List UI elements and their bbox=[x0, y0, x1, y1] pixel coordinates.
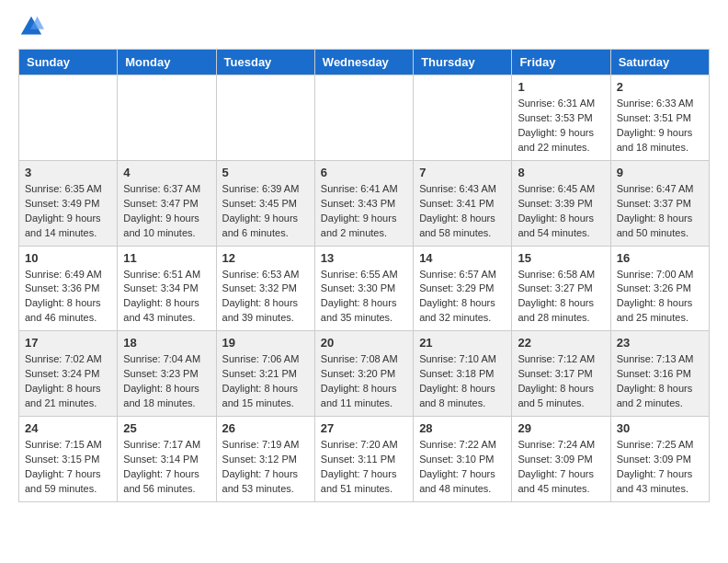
calendar-header-tuesday: Tuesday bbox=[216, 50, 314, 75]
calendar-cell: 27Sunrise: 7:20 AM Sunset: 3:11 PM Dayli… bbox=[314, 417, 413, 502]
calendar-header-wednesday: Wednesday bbox=[314, 50, 413, 75]
day-info: Sunrise: 7:15 AM Sunset: 3:15 PM Dayligh… bbox=[25, 438, 111, 497]
calendar-cell: 12Sunrise: 6:53 AM Sunset: 3:32 PM Dayli… bbox=[216, 246, 314, 331]
day-number: 29 bbox=[518, 421, 604, 435]
day-info: Sunrise: 7:13 AM Sunset: 3:16 PM Dayligh… bbox=[617, 352, 703, 411]
calendar-cell: 7Sunrise: 6:43 AM Sunset: 3:41 PM Daylig… bbox=[414, 160, 512, 246]
day-number: 7 bbox=[419, 166, 506, 179]
day-number: 3 bbox=[25, 166, 111, 179]
calendar-cell: 6Sunrise: 6:41 AM Sunset: 3:43 PM Daylig… bbox=[314, 160, 413, 246]
day-info: Sunrise: 6:37 AM Sunset: 3:47 PM Dayligh… bbox=[123, 182, 210, 241]
day-info: Sunrise: 7:25 AM Sunset: 3:09 PM Dayligh… bbox=[617, 438, 703, 497]
calendar-header-monday: Monday bbox=[118, 50, 216, 75]
day-number: 14 bbox=[419, 251, 506, 265]
calendar-week-4: 17Sunrise: 7:02 AM Sunset: 3:24 PM Dayli… bbox=[19, 331, 710, 417]
day-number: 12 bbox=[222, 251, 309, 265]
calendar-cell: 25Sunrise: 7:17 AM Sunset: 3:14 PM Dayli… bbox=[118, 417, 216, 502]
day-info: Sunrise: 6:45 AM Sunset: 3:39 PM Dayligh… bbox=[518, 182, 604, 241]
day-info: Sunrise: 6:31 AM Sunset: 3:53 PM Dayligh… bbox=[518, 97, 604, 155]
day-info: Sunrise: 6:51 AM Sunset: 3:34 PM Dayligh… bbox=[123, 268, 210, 327]
day-number: 25 bbox=[123, 421, 210, 435]
day-number: 26 bbox=[222, 421, 309, 435]
calendar-cell: 10Sunrise: 6:49 AM Sunset: 3:36 PM Dayli… bbox=[19, 246, 118, 331]
calendar-header-row: SundayMondayTuesdayWednesdayThursdayFrid… bbox=[19, 50, 710, 75]
calendar-cell: 16Sunrise: 7:00 AM Sunset: 3:26 PM Dayli… bbox=[610, 246, 709, 331]
day-number: 10 bbox=[25, 251, 111, 265]
day-number: 11 bbox=[123, 251, 210, 265]
calendar-cell: 14Sunrise: 6:57 AM Sunset: 3:29 PM Dayli… bbox=[414, 246, 512, 331]
calendar-cell: 17Sunrise: 7:02 AM Sunset: 3:24 PM Dayli… bbox=[19, 331, 118, 417]
day-info: Sunrise: 6:35 AM Sunset: 3:49 PM Dayligh… bbox=[25, 182, 111, 241]
day-info: Sunrise: 7:10 AM Sunset: 3:18 PM Dayligh… bbox=[419, 352, 506, 411]
calendar-cell: 29Sunrise: 7:24 AM Sunset: 3:09 PM Dayli… bbox=[512, 417, 610, 502]
calendar-cell: 28Sunrise: 7:22 AM Sunset: 3:10 PM Dayli… bbox=[414, 417, 512, 502]
calendar-cell: 21Sunrise: 7:10 AM Sunset: 3:18 PM Dayli… bbox=[414, 331, 512, 417]
calendar-header-saturday: Saturday bbox=[610, 50, 709, 75]
day-info: Sunrise: 6:55 AM Sunset: 3:30 PM Dayligh… bbox=[321, 268, 407, 327]
calendar-week-1: 1Sunrise: 6:31 AM Sunset: 3:53 PM Daylig… bbox=[19, 75, 710, 161]
page-container: SundayMondayTuesdayWednesdayThursdayFrid… bbox=[0, 0, 728, 516]
calendar-cell: 20Sunrise: 7:08 AM Sunset: 3:20 PM Dayli… bbox=[314, 331, 413, 417]
calendar-cell: 26Sunrise: 7:19 AM Sunset: 3:12 PM Dayli… bbox=[216, 417, 314, 502]
day-number: 28 bbox=[419, 421, 506, 435]
day-info: Sunrise: 7:17 AM Sunset: 3:14 PM Dayligh… bbox=[123, 438, 210, 497]
calendar-cell: 11Sunrise: 6:51 AM Sunset: 3:34 PM Dayli… bbox=[118, 246, 216, 331]
day-number: 13 bbox=[321, 251, 407, 265]
calendar-cell bbox=[314, 75, 413, 161]
calendar-cell bbox=[216, 75, 314, 161]
calendar-cell: 8Sunrise: 6:45 AM Sunset: 3:39 PM Daylig… bbox=[512, 160, 610, 246]
calendar-cell: 15Sunrise: 6:58 AM Sunset: 3:27 PM Dayli… bbox=[512, 246, 610, 331]
calendar-cell: 13Sunrise: 6:55 AM Sunset: 3:30 PM Dayli… bbox=[314, 246, 413, 331]
day-info: Sunrise: 6:43 AM Sunset: 3:41 PM Dayligh… bbox=[419, 182, 506, 241]
day-number: 23 bbox=[617, 336, 703, 350]
day-info: Sunrise: 6:41 AM Sunset: 3:43 PM Dayligh… bbox=[321, 182, 407, 241]
day-number: 21 bbox=[419, 336, 506, 350]
day-info: Sunrise: 6:57 AM Sunset: 3:29 PM Dayligh… bbox=[419, 268, 506, 327]
day-info: Sunrise: 6:49 AM Sunset: 3:36 PM Dayligh… bbox=[25, 268, 111, 327]
calendar-cell: 3Sunrise: 6:35 AM Sunset: 3:49 PM Daylig… bbox=[19, 160, 118, 246]
day-number: 1 bbox=[518, 80, 604, 94]
day-info: Sunrise: 6:58 AM Sunset: 3:27 PM Dayligh… bbox=[518, 268, 604, 327]
calendar-cell: 18Sunrise: 7:04 AM Sunset: 3:23 PM Dayli… bbox=[118, 331, 216, 417]
logo bbox=[18, 14, 46, 40]
day-number: 30 bbox=[617, 421, 703, 435]
day-number: 9 bbox=[617, 166, 703, 179]
day-info: Sunrise: 7:06 AM Sunset: 3:21 PM Dayligh… bbox=[222, 352, 309, 411]
calendar-cell bbox=[118, 75, 216, 161]
day-info: Sunrise: 7:04 AM Sunset: 3:23 PM Dayligh… bbox=[123, 352, 210, 411]
calendar-week-3: 10Sunrise: 6:49 AM Sunset: 3:36 PM Dayli… bbox=[19, 246, 710, 331]
day-number: 17 bbox=[25, 336, 111, 350]
calendar-week-5: 24Sunrise: 7:15 AM Sunset: 3:15 PM Dayli… bbox=[19, 417, 710, 502]
day-number: 27 bbox=[321, 421, 407, 435]
logo-icon bbox=[18, 14, 44, 40]
day-info: Sunrise: 7:02 AM Sunset: 3:24 PM Dayligh… bbox=[25, 352, 111, 411]
calendar-table: SundayMondayTuesdayWednesdayThursdayFrid… bbox=[18, 49, 710, 502]
calendar-cell: 19Sunrise: 7:06 AM Sunset: 3:21 PM Dayli… bbox=[216, 331, 314, 417]
calendar-cell bbox=[414, 75, 512, 161]
day-info: Sunrise: 7:22 AM Sunset: 3:10 PM Dayligh… bbox=[419, 438, 506, 497]
calendar-header-thursday: Thursday bbox=[414, 50, 512, 75]
day-number: 6 bbox=[321, 166, 407, 179]
day-number: 19 bbox=[222, 336, 309, 350]
calendar-cell: 9Sunrise: 6:47 AM Sunset: 3:37 PM Daylig… bbox=[610, 160, 709, 246]
calendar-header-sunday: Sunday bbox=[19, 50, 118, 75]
day-number: 22 bbox=[518, 336, 604, 350]
calendar-cell: 30Sunrise: 7:25 AM Sunset: 3:09 PM Dayli… bbox=[610, 417, 709, 502]
day-info: Sunrise: 7:20 AM Sunset: 3:11 PM Dayligh… bbox=[321, 438, 407, 497]
calendar-cell: 2Sunrise: 6:33 AM Sunset: 3:51 PM Daylig… bbox=[610, 75, 709, 161]
day-info: Sunrise: 7:19 AM Sunset: 3:12 PM Dayligh… bbox=[222, 438, 309, 497]
day-info: Sunrise: 6:33 AM Sunset: 3:51 PM Dayligh… bbox=[617, 97, 703, 155]
day-info: Sunrise: 7:12 AM Sunset: 3:17 PM Dayligh… bbox=[518, 352, 604, 411]
day-info: Sunrise: 7:08 AM Sunset: 3:20 PM Dayligh… bbox=[321, 352, 407, 411]
day-info: Sunrise: 6:47 AM Sunset: 3:37 PM Dayligh… bbox=[617, 182, 703, 241]
calendar-week-2: 3Sunrise: 6:35 AM Sunset: 3:49 PM Daylig… bbox=[19, 160, 710, 246]
calendar-cell: 23Sunrise: 7:13 AM Sunset: 3:16 PM Dayli… bbox=[610, 331, 709, 417]
day-number: 8 bbox=[518, 166, 604, 179]
calendar-cell: 1Sunrise: 6:31 AM Sunset: 3:53 PM Daylig… bbox=[512, 75, 610, 161]
page-header bbox=[18, 14, 710, 40]
day-number: 15 bbox=[518, 251, 604, 265]
day-number: 16 bbox=[617, 251, 703, 265]
day-info: Sunrise: 6:39 AM Sunset: 3:45 PM Dayligh… bbox=[222, 182, 309, 241]
calendar-header-friday: Friday bbox=[512, 50, 610, 75]
day-number: 2 bbox=[617, 80, 703, 94]
